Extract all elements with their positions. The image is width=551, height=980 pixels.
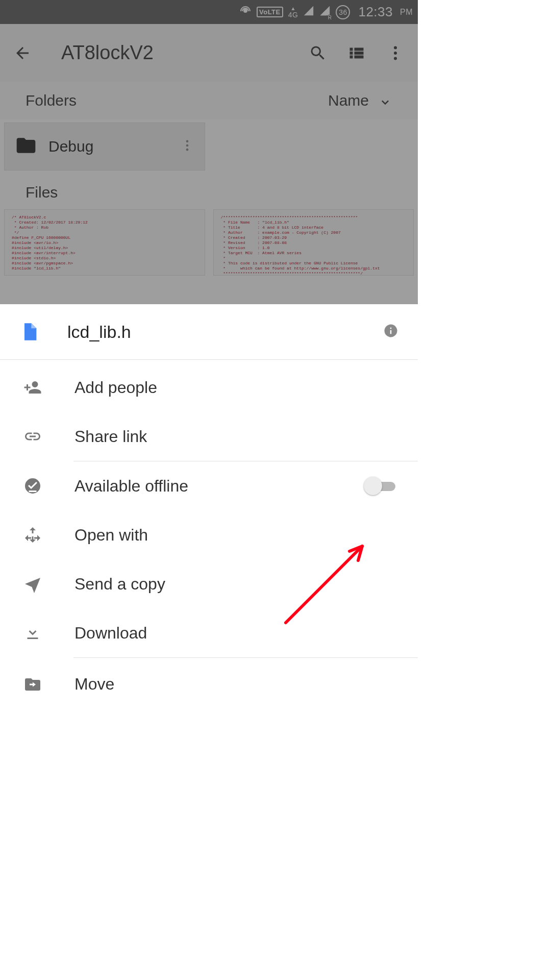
move-icon (18, 675, 47, 694)
offline-toggle[interactable] (365, 477, 395, 495)
add-people-icon (18, 378, 47, 397)
action-move-label: Move (74, 675, 395, 694)
action-open-with[interactable]: Open with (0, 510, 418, 559)
action-move[interactable]: Move (0, 658, 418, 694)
action-add-people[interactable]: Add people (0, 363, 418, 412)
file-info-button[interactable] (383, 323, 398, 340)
file-actions-sheet: lcd_lib.h Add people Share link Availabl (0, 304, 418, 743)
action-add-people-label: Add people (74, 378, 395, 397)
link-icon (18, 427, 47, 446)
send-icon (18, 575, 47, 593)
action-send-copy-label: Send a copy (74, 575, 395, 594)
action-share-link[interactable]: Share link (0, 412, 418, 461)
open-with-icon (18, 526, 47, 544)
action-send-copy[interactable]: Send a copy (0, 559, 418, 608)
file-icon (19, 320, 40, 344)
download-icon (18, 624, 47, 642)
action-available-offline[interactable]: Available offline (0, 461, 418, 510)
action-share-link-label: Share link (74, 427, 395, 446)
sheet-header: lcd_lib.h (0, 304, 418, 359)
action-download[interactable]: Download (0, 608, 418, 657)
offline-pin-icon (18, 477, 47, 495)
action-open-with-label: Open with (74, 526, 395, 545)
action-available-offline-label: Available offline (74, 477, 337, 496)
action-download-label: Download (74, 624, 395, 643)
sheet-file-name: lcd_lib.h (67, 322, 356, 342)
